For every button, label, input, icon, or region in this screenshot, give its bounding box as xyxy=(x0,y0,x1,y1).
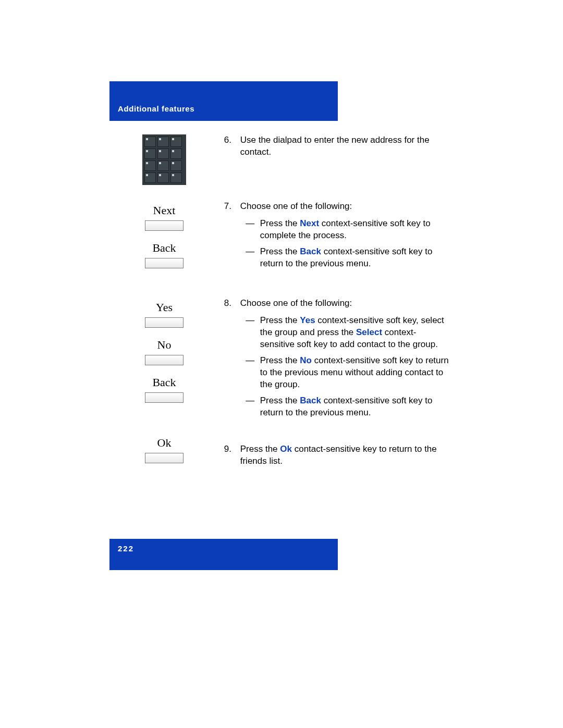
softkey-button-next[interactable] xyxy=(145,220,183,231)
header-title: Additional features xyxy=(118,104,194,113)
softkey-label-back: Back xyxy=(109,376,219,389)
step-intro: Choose one of the following: xyxy=(240,298,352,308)
step-8a: Press the Yes context-sensitive soft key… xyxy=(260,315,449,351)
keyword-back: Back xyxy=(300,396,321,405)
step-number: 6. xyxy=(219,134,231,146)
keyword-back: Back xyxy=(300,246,321,256)
step-number: 7. xyxy=(219,201,231,213)
softkey-label-next: Next xyxy=(109,204,219,217)
softkey-button-back[interactable] xyxy=(145,258,183,268)
dash-icon: — xyxy=(240,246,260,270)
softkey-label-back: Back xyxy=(109,241,219,255)
content: 6. Use the dialpad to enter the new addr… xyxy=(109,121,454,474)
softkey-label-yes: Yes xyxy=(109,301,219,314)
keyword-next: Next xyxy=(300,218,319,228)
step-8: 8. Choose one of the following: — Press … xyxy=(219,298,454,423)
keyword-yes: Yes xyxy=(300,315,315,325)
step-text: Use the dialpad to enter the new address… xyxy=(240,134,449,158)
step-7: 7. Choose one of the following: — Press … xyxy=(219,201,454,274)
softkey-button-back[interactable] xyxy=(145,392,183,403)
softkey-label-ok: Ok xyxy=(109,436,219,450)
step-9: 9. Press the Ok contact-sensitive key to… xyxy=(219,433,454,467)
softkey-button-ok[interactable] xyxy=(145,453,183,463)
step-7b: Press the Back context-sensitive soft ke… xyxy=(260,246,449,270)
softkey-button-yes[interactable] xyxy=(145,317,183,328)
step-8b: Press the No context-sensitive soft key … xyxy=(260,355,449,391)
step-intro: Choose one of the following: xyxy=(240,201,352,211)
keyword-ok: Ok xyxy=(280,444,292,454)
softkey-button-no[interactable] xyxy=(145,355,183,365)
softkey-label-no: No xyxy=(109,338,219,352)
dialpad-icon xyxy=(142,134,186,185)
step-number: 8. xyxy=(219,298,231,310)
dash-icon: — xyxy=(240,355,260,391)
step-number: 9. xyxy=(219,443,231,455)
step-7a: Press the Next context-sensitive soft ke… xyxy=(260,218,449,242)
keyword-no: No xyxy=(300,355,312,365)
page-number: 222 xyxy=(118,544,134,553)
footer-bar xyxy=(109,539,338,570)
dash-icon: — xyxy=(240,315,260,351)
step-6: 6. Use the dialpad to enter the new addr… xyxy=(219,134,454,158)
keyword-select: Select xyxy=(356,327,382,337)
dash-icon: — xyxy=(240,218,260,242)
dash-icon: — xyxy=(240,395,260,419)
header-bar xyxy=(109,81,338,121)
step-8c: Press the Back context-sensitive soft ke… xyxy=(260,395,449,419)
